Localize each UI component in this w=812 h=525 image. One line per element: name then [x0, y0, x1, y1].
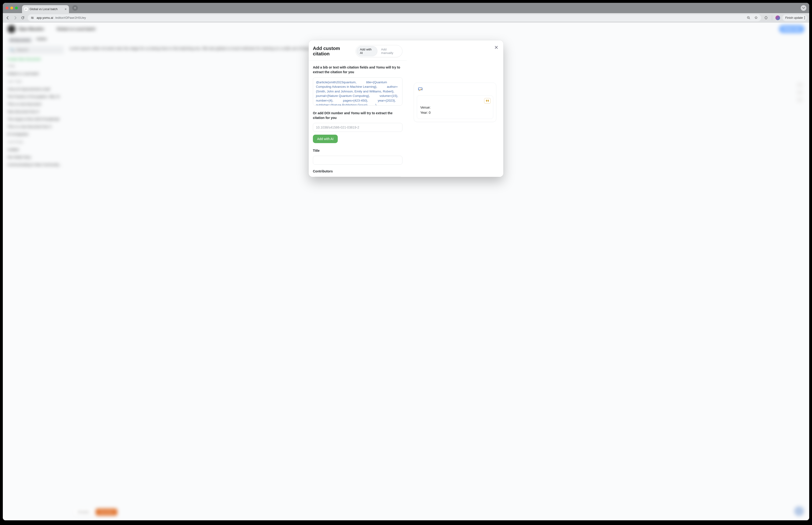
browser-window: Global vs Local batch × + a	[3, 3, 809, 520]
contributors-label: Contributors	[313, 169, 402, 174]
browser-tab[interactable]: Global vs Local batch ×	[22, 5, 69, 13]
extensions-icon[interactable]	[764, 15, 769, 20]
url-domain: app.yomu.ai	[36, 16, 53, 19]
toggle-add-with-ai[interactable]: Add with AI	[356, 46, 377, 56]
toggle-add-manually[interactable]: Add manually	[378, 46, 401, 56]
modal-close-button[interactable]	[493, 45, 499, 50]
new-tab-button[interactable]: +	[72, 5, 78, 11]
preview-venue-label: Venue:	[420, 106, 431, 109]
bib-help-text: Add a bib or text with citation fields a…	[313, 65, 402, 75]
url-path: /editor/rDPawr2HSUey	[55, 16, 86, 19]
semantic-scholar-icon	[417, 86, 424, 93]
back-button[interactable]	[5, 15, 10, 20]
finish-update-label: Finish update	[785, 16, 803, 19]
window-controls	[6, 6, 20, 10]
citation-preview-inner: Venue: Year: 0	[417, 95, 493, 119]
add-with-ai-button[interactable]: Add with AI	[313, 135, 338, 143]
tab-overflow-button[interactable]	[801, 5, 806, 11]
finish-update-chip[interactable]: Finish update	[782, 15, 807, 21]
svg-point-1	[33, 18, 33, 19]
doi-input[interactable]	[313, 123, 402, 132]
tab-title: Global vs Local batch	[30, 7, 58, 11]
doi-help-text: Or add DOI number and Yomu will try to e…	[313, 111, 402, 120]
modal-right-panel: Venue: Year: 0	[407, 40, 503, 177]
citation-preview-card: Venue: Year: 0	[414, 82, 496, 122]
preview-venue-row: Venue:	[420, 106, 490, 109]
window-minimize-button[interactable]	[10, 6, 13, 10]
preview-year-value: 0	[429, 111, 431, 115]
title-label: Title	[313, 148, 402, 153]
forward-button[interactable]	[13, 15, 18, 20]
browser-toolbar: app.yomu.ai/editor/rDPawr2HSUey	[3, 13, 809, 22]
quote-icon	[484, 98, 491, 104]
profile-avatar-icon[interactable]	[776, 15, 780, 20]
modal-left-panel: Add custom citation Add with AI Add manu…	[309, 40, 407, 177]
preview-year-row: Year: 0	[420, 111, 490, 115]
address-bar[interactable]: app.yomu.ai/editor/rDPawr2HSUey	[28, 14, 761, 21]
reload-button[interactable]	[20, 15, 25, 20]
bib-textarea[interactable]	[313, 77, 402, 106]
tab-favicon	[25, 7, 28, 11]
modal-title: Add custom citation	[313, 46, 356, 57]
tab-strip: Global vs Local batch × +	[3, 3, 809, 13]
tab-close-button[interactable]: ×	[65, 7, 66, 11]
mode-toggle: Add with AI Add manually	[356, 45, 402, 57]
bookmark-star-icon[interactable]	[754, 15, 759, 20]
toolbar-separator	[772, 15, 772, 20]
add-citation-modal: Add custom citation Add with AI Add manu…	[309, 40, 503, 177]
modal-header: Add custom citation Add with AI Add manu…	[309, 40, 407, 61]
chrome-menu-icon[interactable]	[804, 16, 805, 19]
page-viewport: Eljan Manafov Global vs Local batch Shar…	[3, 22, 809, 520]
svg-point-0	[32, 17, 32, 17]
site-info-icon[interactable]	[30, 15, 35, 20]
modal-body: Add a bib or text with citation fields a…	[309, 61, 407, 177]
title-input[interactable]	[313, 156, 402, 165]
zoom-icon[interactable]	[746, 15, 751, 20]
window-close-button[interactable]	[6, 6, 9, 10]
window-zoom-button[interactable]	[15, 6, 18, 10]
preview-year-label: Year:	[420, 111, 428, 115]
contributors-input[interactable]	[313, 177, 402, 177]
